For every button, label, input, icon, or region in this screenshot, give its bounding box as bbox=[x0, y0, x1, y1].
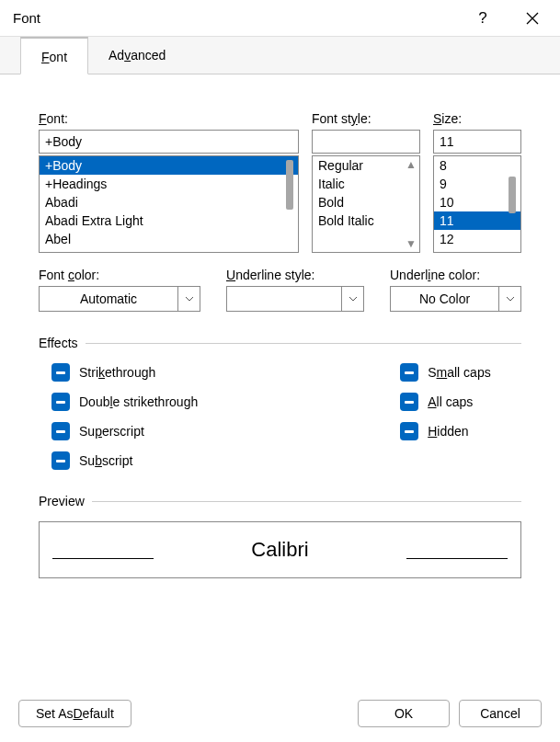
size-scrollbar[interactable] bbox=[506, 158, 519, 250]
style-input[interactable] bbox=[312, 130, 420, 154]
dialog-footer: Set As Default OK Cancel bbox=[0, 700, 560, 727]
underline-color-dropdown[interactable]: No Color bbox=[390, 286, 499, 312]
titlebar: Font ? bbox=[0, 0, 560, 37]
effects-section: Effects Strikethrough Double strikethrou… bbox=[39, 336, 521, 481]
underline-style-dropdown[interactable] bbox=[226, 286, 342, 312]
preview-line-left bbox=[52, 558, 154, 559]
close-button[interactable] bbox=[512, 0, 553, 37]
underline-style-chevron[interactable] bbox=[342, 286, 364, 312]
check-smallcaps[interactable]: Small caps bbox=[400, 363, 490, 382]
chevron-down-icon bbox=[349, 296, 358, 302]
check-hidden[interactable]: Hidden bbox=[400, 422, 490, 440]
font-input[interactable] bbox=[39, 130, 299, 154]
font-item-body[interactable]: +Body bbox=[40, 156, 298, 175]
checkbox-icon bbox=[51, 422, 70, 440]
size-label: Size: bbox=[433, 111, 521, 126]
check-double-strikethrough[interactable]: Double strikethrough bbox=[51, 393, 198, 411]
ok-button[interactable]: OK bbox=[358, 700, 450, 727]
checkbox-icon bbox=[400, 363, 418, 382]
underline-color-label: Underline color: bbox=[390, 268, 521, 282]
style-label: Font style: bbox=[312, 111, 420, 126]
checkbox-icon bbox=[51, 363, 70, 382]
tab-bar: Font Advanced bbox=[0, 37, 560, 74]
font-item-headings[interactable]: +Headings bbox=[40, 175, 298, 193]
style-item-regular[interactable]: Regular bbox=[313, 156, 419, 175]
style-item-italic[interactable]: Italic bbox=[313, 175, 419, 193]
set-default-button[interactable]: Set As Default bbox=[18, 700, 131, 727]
size-listbox[interactable]: 8 9 10 11 12 bbox=[433, 155, 521, 253]
font-item-abadi[interactable]: Abadi bbox=[40, 193, 298, 211]
checkbox-icon bbox=[51, 451, 70, 470]
scroll-down-icon[interactable]: ▼ bbox=[405, 237, 417, 250]
help-button[interactable]: ? bbox=[463, 0, 503, 37]
check-allcaps[interactable]: All caps bbox=[400, 393, 490, 411]
tab-font[interactable]: Font bbox=[20, 37, 88, 74]
font-color-label: Font color: bbox=[39, 268, 200, 282]
preview-line-right bbox=[406, 558, 508, 559]
check-superscript[interactable]: Superscript bbox=[51, 422, 198, 440]
checkbox-icon bbox=[51, 393, 70, 411]
window-title: Font bbox=[13, 10, 40, 26]
scroll-thumb[interactable] bbox=[286, 160, 293, 210]
font-color-dropdown[interactable]: Automatic bbox=[39, 286, 178, 312]
check-strikethrough[interactable]: Strikethrough bbox=[51, 363, 198, 382]
style-scrollbar[interactable]: ▲ ▼ bbox=[405, 158, 417, 250]
style-item-bolditalic[interactable]: Bold Italic bbox=[313, 211, 419, 230]
chevron-down-icon bbox=[506, 296, 515, 302]
checkbox-icon bbox=[400, 422, 418, 440]
size-input[interactable] bbox=[433, 130, 521, 154]
check-subscript[interactable]: Subscript bbox=[51, 451, 198, 470]
tab-advanced[interactable]: Advanced bbox=[88, 37, 186, 74]
dialog-content: Font: +Body +Headings Abadi Abadi Extra … bbox=[0, 74, 560, 597]
checkbox-icon bbox=[400, 393, 418, 411]
preview-text: Calibri bbox=[251, 538, 308, 562]
style-listbox[interactable]: Regular Italic Bold Bold Italic ▲ ▼ bbox=[312, 155, 420, 253]
effects-heading: Effects bbox=[39, 336, 521, 350]
scroll-up-icon[interactable]: ▲ bbox=[405, 158, 417, 171]
font-listbox[interactable]: +Body +Headings Abadi Abadi Extra Light … bbox=[39, 155, 299, 253]
font-item-abadi-extra[interactable]: Abadi Extra Light bbox=[40, 211, 298, 230]
underline-color-chevron[interactable] bbox=[499, 286, 521, 312]
font-item-abel[interactable]: Abel bbox=[40, 230, 298, 248]
close-icon bbox=[526, 12, 539, 25]
cancel-button[interactable]: Cancel bbox=[459, 700, 542, 727]
style-item-bold[interactable]: Bold bbox=[313, 193, 419, 211]
preview-box: Calibri bbox=[39, 521, 521, 578]
underline-style-label: Underline style: bbox=[226, 268, 364, 282]
preview-section: Preview Calibri bbox=[39, 494, 521, 578]
font-color-chevron[interactable] bbox=[178, 286, 200, 312]
font-label: Font: bbox=[39, 111, 299, 126]
chevron-down-icon bbox=[185, 296, 194, 302]
font-scrollbar[interactable] bbox=[283, 158, 296, 250]
preview-heading: Preview bbox=[39, 494, 521, 508]
scroll-thumb[interactable] bbox=[509, 177, 516, 213]
